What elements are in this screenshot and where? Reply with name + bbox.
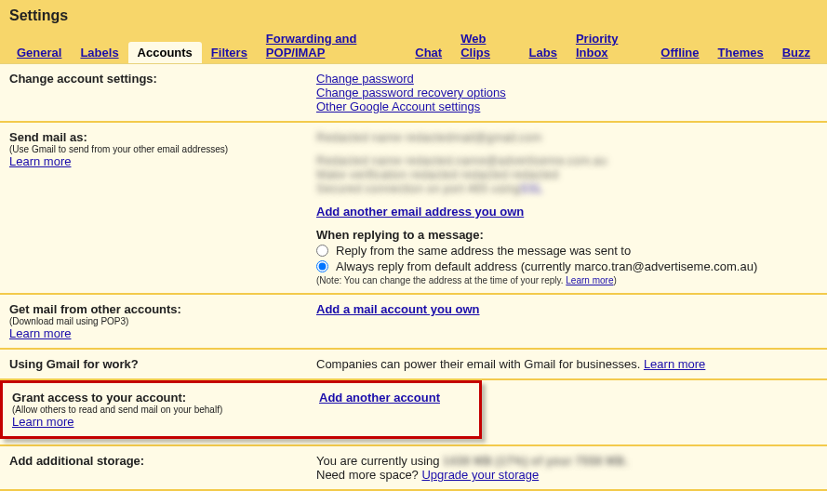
using-for-work-learn-more[interactable]: Learn more: [644, 357, 705, 371]
link-add-mail-account[interactable]: Add a mail account you own: [316, 302, 480, 316]
get-mail-label: Get mail from other accounts:: [9, 302, 316, 316]
page-title: Settings: [7, 6, 820, 28]
reply-note: (Note: You can change the address at the…: [316, 275, 818, 285]
link-add-another-account[interactable]: Add another account: [319, 391, 440, 405]
section-send-mail-as: Send mail as: (Use Gmail to send from yo…: [0, 123, 827, 295]
radio-reply-same[interactable]: [316, 245, 328, 257]
tab-forwarding[interactable]: Forwarding and POP/IMAP: [257, 28, 406, 63]
storage-upgrade-line: Need more space? Upgrade your storage: [316, 468, 818, 482]
tab-priority-inbox[interactable]: Priority Inbox: [567, 28, 651, 63]
tab-filters[interactable]: Filters: [202, 42, 257, 63]
reply-header: When replying to a message:: [316, 228, 818, 242]
radio-reply-default-label: Always reply from default address (curre…: [336, 259, 757, 273]
grant-access-sublabel: (Allow others to read and send mail on y…: [12, 405, 319, 415]
redacted-line-3: Make verification redacted redacted reda…: [316, 167, 558, 181]
section-grant-access: Grant access to your account: (Allow oth…: [0, 380, 827, 446]
change-account-label: Change account settings:: [9, 72, 316, 86]
using-for-work-text: Companies can power their email with Gma…: [316, 357, 644, 371]
tab-labels[interactable]: Labels: [71, 42, 127, 63]
section-change-account: Change account settings: Change password…: [0, 64, 827, 123]
tab-labs[interactable]: Labs: [520, 42, 567, 63]
storage-label: Add additional storage:: [9, 454, 316, 468]
redacted-line-4-link: SSL: [520, 181, 543, 195]
using-for-work-label: Using Gmail for work?: [9, 357, 316, 371]
settings-header: Settings General Labels Accounts Filters…: [0, 0, 827, 63]
section-using-for-work: Using Gmail for work? Companies can powe…: [0, 350, 827, 380]
send-mail-as-label: Send mail as:: [9, 130, 316, 144]
tabs-row: General Labels Accounts Filters Forwardi…: [7, 28, 820, 63]
tab-chat[interactable]: Chat: [406, 42, 451, 63]
grant-access-label: Grant access to your account:: [12, 391, 319, 405]
link-change-password[interactable]: Change password: [316, 72, 414, 86]
tab-offline[interactable]: Offline: [651, 42, 708, 63]
reply-note-learn-more[interactable]: Learn more: [566, 275, 613, 285]
tab-accounts[interactable]: Accounts: [128, 42, 202, 63]
link-add-another-email[interactable]: Add another email address you own: [316, 205, 524, 219]
section-get-mail: Get mail from other accounts: (Download …: [0, 295, 827, 350]
tab-general[interactable]: General: [7, 42, 71, 63]
section-storage: Add additional storage: You are currentl…: [0, 446, 827, 491]
radio-reply-default[interactable]: [316, 260, 328, 272]
get-mail-learn-more[interactable]: Learn more: [9, 326, 71, 340]
link-change-recovery[interactable]: Change password recovery options: [316, 86, 506, 99]
redacted-email-1: Redacted name redactedmail@gmail.com: [316, 130, 541, 144]
send-mail-as-sublabel: (Use Gmail to send from your other email…: [9, 144, 316, 154]
redacted-email-2: Redacted name redacted.name@advertiseme.…: [316, 153, 607, 167]
link-other-google-settings[interactable]: Other Google Account settings: [316, 99, 480, 113]
radio-reply-same-label: Reply from the same address the message …: [336, 244, 631, 258]
get-mail-sublabel: (Download mail using POP3): [9, 316, 316, 326]
tab-webclips[interactable]: Web Clips: [451, 28, 519, 63]
send-mail-as-learn-more[interactable]: Learn more: [9, 154, 71, 168]
link-upgrade-storage[interactable]: Upgrade your storage: [421, 468, 539, 482]
settings-content: Change account settings: Change password…: [0, 63, 827, 491]
storage-usage-line: You are currently using 1438 MB (17%) of…: [316, 454, 818, 468]
redacted-line-4: Secured connection on port 465 using: [316, 181, 520, 195]
grant-access-learn-more[interactable]: Learn more: [12, 415, 73, 429]
grant-access-highlight: Grant access to your account: (Allow oth…: [0, 380, 482, 439]
tab-buzz[interactable]: Buzz: [773, 42, 820, 63]
tab-themes[interactable]: Themes: [709, 42, 773, 63]
storage-usage-redacted: 1438 MB (17%) of your 7558 MB.: [443, 454, 628, 468]
